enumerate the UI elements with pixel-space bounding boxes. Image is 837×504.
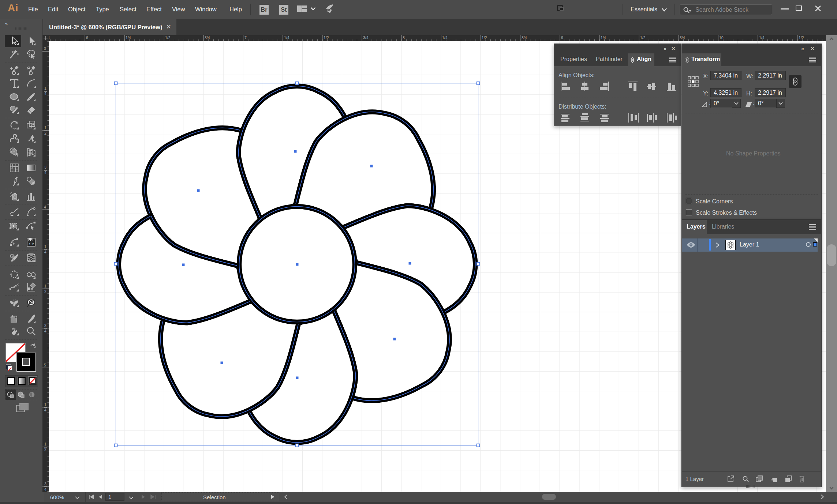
svg-text:3: 3	[44, 482, 46, 486]
svg-text:5: 5	[44, 363, 46, 367]
svg-text:4: 4	[44, 170, 46, 175]
svg-text:4: 4	[44, 205, 46, 209]
svg-text:1: 1	[44, 442, 46, 446]
svg-text:3/4: 3/4	[205, 35, 210, 40]
svg-text:4: 4	[44, 329, 46, 333]
svg-text:1/2: 1/2	[482, 35, 487, 40]
svg-text:8: 8	[403, 35, 405, 40]
svg-text:1: 1	[44, 86, 46, 90]
svg-text:3/4: 3/4	[363, 35, 369, 40]
svg-text:1/4: 1/4	[759, 35, 765, 40]
svg-text:1: 1	[44, 125, 46, 130]
svg-text:1: 1	[44, 284, 46, 288]
svg-text:2: 2	[44, 131, 46, 135]
svg-text:1/2: 1/2	[324, 35, 329, 40]
svg-text:1: 1	[44, 402, 46, 407]
svg-text:3: 3	[44, 46, 46, 51]
svg-text:7: 7	[244, 35, 247, 40]
svg-text:1/4: 1/4	[601, 35, 606, 40]
svg-text:1/4: 1/4	[284, 35, 289, 40]
svg-text:9: 9	[561, 35, 563, 40]
svg-text:4: 4	[44, 487, 46, 492]
svg-text:1/2: 1/2	[799, 35, 804, 40]
svg-text:3/4: 3/4	[522, 35, 527, 40]
svg-text:3: 3	[44, 165, 46, 169]
svg-text:1/2: 1/2	[640, 35, 646, 40]
svg-text:1/2: 1/2	[165, 35, 171, 40]
svg-text:10: 10	[719, 35, 724, 40]
svg-text:2: 2	[44, 289, 46, 294]
svg-text:4: 4	[44, 250, 46, 254]
svg-text:1: 1	[44, 244, 46, 249]
svg-text:6: 6	[86, 35, 88, 40]
svg-text:3/4: 3/4	[680, 35, 685, 40]
svg-text:4: 4	[44, 91, 46, 96]
svg-text:2: 2	[44, 447, 46, 452]
svg-text:3: 3	[44, 323, 46, 328]
svg-text:4: 4	[44, 408, 46, 412]
svg-text:1/4: 1/4	[126, 35, 131, 40]
svg-text:1/4: 1/4	[442, 35, 448, 40]
